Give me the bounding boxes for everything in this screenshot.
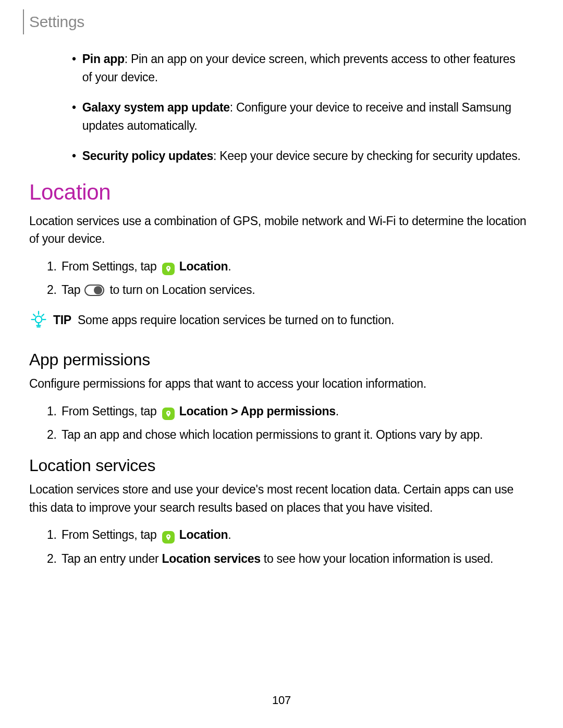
- location-services-description: Location services store and use your dev…: [29, 480, 534, 516]
- step-fragment: Tap: [62, 283, 80, 297]
- page-header: Settings: [23, 9, 84, 34]
- step-bold: Location: [179, 528, 228, 541]
- step-text: Tap to turn on Location services.: [62, 281, 534, 300]
- step-text: Tap an app and chose which location perm…: [62, 426, 534, 445]
- list-item: 2. Tap an app and chose which location p…: [47, 426, 534, 445]
- bullet-dot-icon: •: [72, 147, 76, 165]
- step-fragment: Tap an entry under: [62, 552, 162, 565]
- step-text: From Settings, tap Location.: [62, 257, 534, 276]
- step-text: Tap an entry under Location services to …: [62, 550, 534, 569]
- location-steps: 1. From Settings, tap Location. 2. Tap t…: [47, 257, 534, 300]
- list-item: 1. From Settings, tap Location > App per…: [47, 402, 534, 421]
- bullet-item: • Pin app: Pin an app on your device scr…: [72, 50, 523, 86]
- location-services-heading: Location services: [29, 456, 534, 475]
- step-fragment: From Settings, tap: [62, 528, 157, 541]
- step-period: .: [228, 528, 231, 541]
- list-item: 1. From Settings, tap Location.: [47, 257, 534, 276]
- bullet-text: Pin app: Pin an app on your device scree…: [82, 50, 523, 86]
- page-number: 107: [0, 694, 563, 707]
- step-fragment: From Settings, tap: [62, 260, 157, 273]
- step-number: 1.: [47, 402, 62, 421]
- step-text: From Settings, tap Location > App permis…: [62, 402, 534, 421]
- bullet-title: Pin app: [82, 52, 125, 66]
- bullet-item: • Galaxy system app update: Configure yo…: [72, 98, 523, 134]
- bullet-text: Security policy updates: Keep your devic…: [82, 147, 521, 165]
- toggle-off-icon: [84, 285, 104, 296]
- page-content: • Pin app: Pin an app on your device scr…: [29, 50, 534, 579]
- step-number: 2.: [47, 281, 62, 300]
- list-item: 2. Tap to turn on Location services.: [47, 281, 534, 300]
- tip-text: TIP Some apps require location services …: [53, 311, 394, 329]
- app-permissions-description: Configure permissions for apps that want…: [29, 375, 534, 393]
- bullet-list: • Pin app: Pin an app on your device scr…: [72, 50, 523, 165]
- bullet-desc: : Keep your device secure by checking fo…: [213, 149, 521, 163]
- location-icon: [162, 263, 175, 275]
- step-bold: Location services: [162, 552, 260, 565]
- bullet-dot-icon: •: [72, 50, 76, 86]
- tip-callout: TIP Some apps require location services …: [29, 311, 534, 334]
- location-description: Location services use a combination of G…: [29, 212, 534, 248]
- step-fragment: to see how your location information is …: [261, 552, 493, 565]
- location-icon: [162, 408, 175, 420]
- step-text: From Settings, tap Location.: [62, 526, 534, 545]
- step-fragment: From Settings, tap: [62, 404, 157, 418]
- step-fragment: to turn on Location services.: [109, 283, 255, 297]
- svg-line-5: [33, 314, 35, 316]
- list-item: 1. From Settings, tap Location.: [47, 526, 534, 545]
- bullet-title: Security policy updates: [82, 149, 213, 163]
- app-permissions-heading: App permissions: [29, 350, 534, 369]
- step-period: .: [336, 404, 339, 418]
- app-permissions-steps: 1. From Settings, tap Location > App per…: [47, 402, 534, 445]
- tip-body: Some apps require location services be t…: [78, 313, 394, 327]
- svg-point-11: [167, 536, 169, 537]
- step-number: 1.: [47, 526, 62, 545]
- svg-point-1: [35, 316, 42, 323]
- step-number: 1.: [47, 257, 62, 276]
- bullet-title: Galaxy system app update: [82, 101, 230, 114]
- svg-point-10: [167, 412, 169, 414]
- location-services-steps: 1. From Settings, tap Location. 2. Tap a…: [47, 526, 534, 568]
- header-divider: [23, 9, 24, 34]
- bullet-desc: : Pin an app on your device screen, whic…: [82, 52, 516, 84]
- svg-line-6: [42, 314, 44, 316]
- bullet-dot-icon: •: [72, 98, 76, 134]
- list-item: 2. Tap an entry under Location services …: [47, 550, 534, 569]
- header-title: Settings: [29, 13, 84, 31]
- step-number: 2.: [47, 426, 62, 445]
- location-heading: Location: [29, 180, 534, 205]
- bullet-text: Galaxy system app update: Configure your…: [82, 98, 523, 134]
- svg-point-0: [167, 267, 169, 268]
- step-bold: Location > App permissions: [179, 404, 336, 418]
- step-period: .: [228, 260, 231, 273]
- step-bold: Location: [179, 260, 228, 273]
- step-number: 2.: [47, 550, 62, 569]
- bullet-item: • Security policy updates: Keep your dev…: [72, 147, 523, 165]
- tip-label: TIP: [53, 313, 71, 327]
- location-icon: [162, 531, 175, 544]
- lightbulb-icon: [29, 310, 48, 334]
